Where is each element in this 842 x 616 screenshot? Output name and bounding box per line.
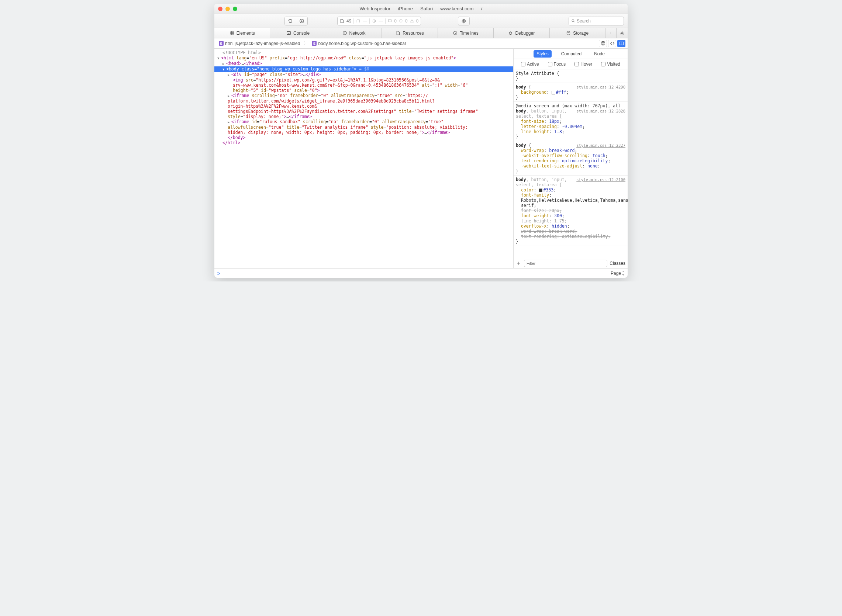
tab-elements[interactable]: Elements (214, 28, 270, 38)
rule-body-bg[interactable]: body {style.min.css:12:4290 background: … (513, 83, 628, 102)
styles-panel: Styles Computed Node Active Focus Hover … (513, 49, 628, 268)
tab-timelines[interactable]: Timelines (438, 28, 494, 38)
tab-node[interactable]: Node (591, 50, 608, 57)
resource-count: 49 (346, 18, 351, 23)
dom-tree[interactable]: <!DOCTYPE html> ▼<html lang="en-US" pref… (214, 49, 513, 268)
zoom-icon[interactable] (233, 7, 237, 11)
svg-point-5 (464, 20, 465, 22)
console-bar: > Page (214, 268, 628, 278)
force-active[interactable]: Active (521, 62, 539, 67)
pseudo-forces: Active Focus Hover Visited (513, 59, 628, 69)
svg-point-6 (572, 19, 574, 22)
svg-point-4 (462, 19, 466, 22)
breadcrumb: Ehtml.js.jetpack-lazy-images-js-enabled … (214, 38, 628, 49)
add-rule-button[interactable]: + (516, 260, 522, 267)
breadcrumb-body[interactable]: Ebody.home.blog.wp-custom-logo.has-sideb… (310, 40, 408, 47)
dom-html[interactable]: ▼<html lang="en-US" prefix="og: http://o… (214, 55, 513, 61)
tab-resources[interactable]: Resources (382, 28, 438, 38)
titlebar: Web Inspector — iPhone — Safari — www.ke… (214, 4, 628, 14)
dom-iframe1[interactable]: ▶<iframe scrolling="no" frameborder="0" … (214, 93, 513, 119)
force-visited[interactable]: Visited (601, 62, 620, 67)
tab-storage[interactable]: Storage (550, 28, 606, 38)
filter-input[interactable] (524, 260, 607, 267)
rule-body-2327[interactable]: body {style.min.css:12:2327 word-wrap: b… (513, 141, 628, 176)
force-focus[interactable]: Focus (548, 62, 566, 67)
tabbar: Elements Console Network Resources Timel… (214, 28, 628, 38)
dom-head[interactable]: ▶<head>…</head> (214, 61, 513, 66)
style-tabs: Styles Computed Node (513, 49, 628, 59)
settings-button[interactable] (616, 28, 628, 38)
code-button[interactable] (608, 40, 616, 47)
svg-point-16 (621, 32, 623, 34)
svg-rect-11 (287, 31, 291, 34)
rules-list[interactable]: Style Attribute { } body {style.min.css:… (513, 69, 628, 258)
status-pill: 49 — — 0 0 0 (337, 17, 421, 25)
dom-doctype: <!DOCTYPE html> (214, 50, 513, 55)
inspector-window: Web Inspector — iPhone — Safari — www.ke… (214, 4, 628, 278)
svg-point-15 (567, 31, 570, 32)
window-title: Web Inspector — iPhone — Safari — www.ke… (214, 6, 628, 12)
dom-html-close[interactable]: </html> (214, 140, 513, 145)
tab-styles[interactable]: Styles (534, 50, 552, 57)
close-icon[interactable] (218, 7, 223, 11)
dom-body[interactable]: ▼<body class="home blog wp-custom-logo h… (214, 66, 513, 72)
inspect-button[interactable] (458, 17, 470, 25)
rule-style-attr[interactable]: Style Attribute { } (513, 69, 628, 83)
svg-rect-2 (389, 19, 392, 22)
panel-button[interactable] (617, 40, 625, 47)
rule-body-2100[interactable]: body, button, input, select, textarea {s… (513, 176, 628, 246)
breadcrumb-html[interactable]: Ehtml.js.jetpack-lazy-images-js-enabled (217, 40, 302, 47)
svg-rect-20 (619, 42, 623, 45)
tab-console[interactable]: Console (270, 28, 326, 38)
print-button[interactable] (599, 40, 607, 47)
toolbar: 49 — — 0 0 0 Search (214, 14, 628, 28)
dom-body-close[interactable]: </body> (214, 135, 513, 140)
classes-button[interactable]: Classes (610, 261, 625, 266)
dom-div-page[interactable]: ▶<div id="page" class="site">…</div> (214, 72, 513, 78)
rule-media[interactable]: @media screen and (max-width: 767px), al… (513, 102, 628, 141)
svg-rect-7 (230, 31, 231, 33)
tab-debugger[interactable]: Debugger (494, 28, 549, 38)
force-hover[interactable]: Hover (575, 62, 592, 67)
svg-rect-10 (232, 33, 233, 35)
dom-iframe2[interactable]: ▶<iframe id="rufous-sandbox" scrolling="… (214, 119, 513, 135)
download-button[interactable] (296, 17, 308, 25)
svg-rect-19 (602, 44, 604, 45)
tab-computed[interactable]: Computed (558, 50, 584, 57)
search-input[interactable]: Search (569, 17, 624, 25)
new-tab-button[interactable]: + (606, 28, 616, 38)
minimize-icon[interactable] (226, 7, 230, 11)
svg-rect-8 (232, 31, 233, 33)
content: <!DOCTYPE html> ▼<html lang="en-US" pref… (214, 49, 628, 268)
svg-rect-9 (230, 33, 231, 35)
dom-img[interactable]: <img src="https://pixel.wp.com/g.gif?v=e… (214, 78, 513, 93)
console-prompt-icon[interactable]: > (217, 270, 220, 276)
tab-network[interactable]: Network (326, 28, 382, 38)
window-controls (218, 7, 237, 11)
filter-bar: + Classes (513, 258, 628, 268)
svg-point-14 (510, 32, 512, 35)
scope-selector[interactable]: Page (611, 271, 625, 276)
reload-button[interactable] (285, 17, 296, 25)
